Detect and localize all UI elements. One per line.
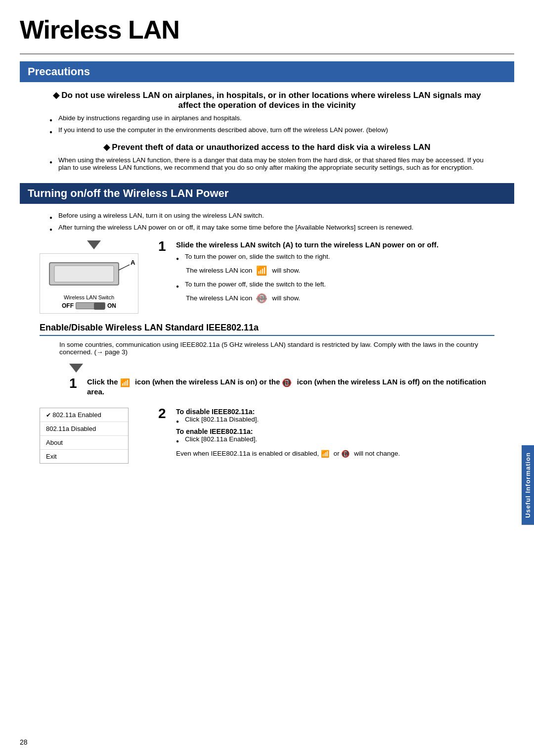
will-show-off-suffix: will show. — [272, 294, 300, 302]
arrow-down-icon — [87, 240, 101, 249]
switch-diagram-area: A Wireless LAN Switch OFF ON — [40, 240, 148, 314]
footer-wifi-off-icon: 📵 — [341, 449, 352, 458]
svg-text:A: A — [131, 259, 135, 266]
step-title-part2: icon (when the wireless LAN is on) or th… — [135, 378, 280, 386]
step-number: 2 — [158, 406, 176, 422]
ieee-step2-row: 802.11a Enabled 802.11a Disabled About E… — [40, 408, 494, 464]
bullet-item: Click [802.11a Enabled]. — [176, 435, 494, 444]
context-menu: 802.11a Enabled 802.11a Disabled About E… — [40, 408, 129, 464]
bullet-dot — [49, 116, 58, 123]
bullet-text: Abide by instructions regarding use in a… — [58, 114, 242, 122]
ieee-step1-row: 1 Click the 📶 icon (when the wireless LA… — [69, 378, 494, 400]
bullet-dot — [49, 225, 58, 233]
disable-bullet: Click [802.11a Disabled]. — [185, 416, 259, 423]
bullet-item: If you intend to use the computer in the… — [49, 126, 494, 135]
svg-rect-1 — [54, 266, 114, 282]
context-menu-item-label: 802.11a Enabled — [52, 411, 101, 419]
context-menu-item-label: About — [46, 439, 63, 446]
step1-row: A Wireless LAN Switch OFF ON — [40, 240, 494, 314]
page-number: 28 — [20, 738, 28, 746]
will-show-on-text: The wireless LAN icon — [186, 267, 252, 274]
step-title: Slide the wireless LAN switch (A) to tur… — [176, 240, 494, 249]
step2-row-inner: 2 To disable IEEE802.11a: Click [802.11a… — [158, 408, 494, 458]
warning1-heading: Do not use wireless LAN on airplanes, in… — [40, 90, 494, 110]
arrow-down-icon — [69, 364, 83, 373]
bullet-text: To turn the power off, slide the switch … — [185, 281, 326, 288]
context-menu-item-label: 802.11a Disabled — [46, 425, 96, 432]
laptop-illustration: A — [44, 258, 134, 292]
step-title-part1: Click the — [87, 378, 118, 386]
footer-text2: or — [333, 450, 339, 457]
ieee-step1-content: Click the 📶 icon (when the wireless LAN … — [87, 378, 494, 400]
enable-title: To enable IEEE802.11a: — [176, 427, 494, 435]
page-title: Wireless LAN — [20, 15, 514, 45]
ieee-subsection-header: Enable/Disable Wireless LAN Standard IEE… — [40, 323, 494, 336]
top-rule — [20, 53, 514, 54]
turning-onoff-header: Turning on/off the Wireless LAN Power — [20, 183, 514, 204]
warning2-heading: Prevent theft of data or unauthorized ac… — [40, 142, 494, 152]
switch-label: Wireless LAN Switch — [44, 294, 134, 300]
bullet-dot — [176, 282, 185, 289]
bullet-item: Before using a wireless LAN, turn it on … — [49, 212, 494, 221]
bullet-dot — [49, 213, 58, 221]
turning-onoff-content: Before using a wireless LAN, turn it on … — [20, 212, 514, 464]
wifi-off-icon: 📵 — [282, 378, 295, 387]
laptop-svg: A — [44, 258, 138, 292]
switch-slider — [76, 302, 105, 309]
precautions-section: Precautions Do not use wireless LAN on a… — [20, 61, 514, 171]
ieee-step1-title: Click the 📶 icon (when the wireless LAN … — [87, 378, 494, 396]
bullet-item: To turn the power on, slide the switch t… — [176, 253, 494, 262]
svg-line-2 — [119, 265, 130, 270]
svg-text:📵: 📵 — [256, 293, 267, 303]
step2-content: To disable IEEE802.11a: Click [802.11a D… — [176, 408, 494, 458]
context-menu-item-enabled: 802.11a Enabled — [40, 408, 128, 422]
footer-text3: will not change. — [354, 450, 400, 457]
switch-on-label: ON — [107, 302, 116, 309]
step-row: 1 Slide the wireless LAN switch (A) to t… — [158, 240, 494, 308]
switch-track: OFF ON — [44, 302, 134, 309]
precautions-content: Do not use wireless LAN on airplanes, in… — [20, 90, 514, 171]
precautions-header: Precautions — [20, 61, 514, 82]
context-menu-area: 802.11a Enabled 802.11a Disabled About E… — [40, 408, 148, 464]
warning2-bullets: When using the wireless LAN function, th… — [40, 156, 494, 171]
step-content: Slide the wireless LAN switch (A) to tur… — [176, 240, 494, 308]
bullet-dot — [49, 128, 58, 135]
warning1-bullets: Abide by instructions regarding use in a… — [40, 114, 494, 135]
footer-text1: Even when IEEE802.11a is enabled or disa… — [176, 450, 319, 457]
context-menu-item-exit: Exit — [40, 450, 128, 463]
ieee-intro: In some countries, communication using I… — [40, 341, 494, 356]
context-menu-item-disabled: 802.11a Disabled — [40, 422, 128, 436]
bullet-dot — [176, 417, 185, 425]
bullet-dot — [49, 158, 58, 165]
step1-content: 1 Slide the wireless LAN switch (A) to t… — [158, 240, 494, 314]
bullet-item: Abide by instructions regarding use in a… — [49, 114, 494, 123]
step-number: 1 — [158, 238, 176, 254]
bullet-item: To turn the power off, slide the switch … — [176, 281, 494, 289]
svg-text:📶: 📶 — [120, 378, 130, 387]
svg-text:📶: 📶 — [256, 265, 267, 276]
bullet-item: Click [802.11a Disabled]. — [176, 416, 494, 425]
wireless-on-icon: 📶 — [255, 265, 269, 276]
will-show-off-text: The wireless LAN icon — [186, 294, 252, 302]
svg-text:📶: 📶 — [321, 450, 330, 458]
context-menu-item-about: About — [40, 436, 128, 450]
will-show-suffix: will show. — [272, 267, 300, 274]
step-number: 1 — [69, 376, 87, 391]
wifi-on-icon: 📶 — [120, 378, 133, 387]
svg-text:📵: 📵 — [282, 378, 292, 387]
switch-diagram: A Wireless LAN Switch OFF ON — [40, 253, 138, 314]
bullet-text: When using the wireless LAN function, th… — [58, 156, 494, 171]
bullet-dot — [176, 437, 185, 444]
side-tab: Useful Information — [522, 445, 534, 525]
bullet-text: If you intend to use the computer in the… — [58, 126, 388, 134]
bullet-dot — [176, 254, 185, 262]
bullet-text: To turn the power on, slide the switch t… — [185, 253, 330, 260]
ieee-footer: Even when IEEE802.11a is enabled or disa… — [176, 449, 494, 458]
intro-bullets: Before using a wireless LAN, turn it on … — [40, 212, 494, 233]
ieee-step1-area: 1 Click the 📶 icon (when the wireless LA… — [40, 364, 494, 400]
bullet-text: Before using a wireless LAN, turn it on … — [58, 212, 264, 219]
ieee-step2-content: 2 To disable IEEE802.11a: Click [802.11a… — [158, 408, 494, 458]
context-menu-item-label: Exit — [46, 453, 57, 460]
enable-bullet: Click [802.11a Enabled]. — [185, 435, 257, 443]
turning-onoff-section: Turning on/off the Wireless LAN Power Be… — [20, 183, 514, 464]
